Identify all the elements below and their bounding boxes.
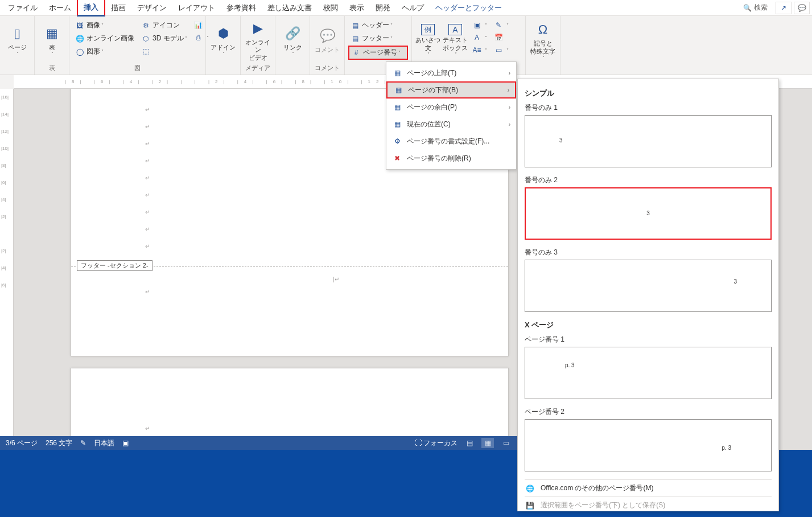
tab-help[interactable]: ヘルプ — [396, 1, 430, 15]
omega-icon: Ω — [534, 20, 552, 39]
tab-view[interactable]: 表示 — [344, 1, 370, 15]
gallery-section-xpage: X ページ — [525, 320, 772, 330]
table-button[interactable]: ▦ 表 ˅ — [38, 19, 65, 61]
pagenumber-gallery: シンプル 番号のみ 1 3 番号のみ 2 3 番号のみ 3 3 X ページ ペー… — [517, 79, 779, 511]
tab-developer[interactable]: 開発 — [370, 1, 396, 15]
tab-insert[interactable]: 挿入 — [77, 0, 105, 17]
tab-draw[interactable]: 描画 — [105, 1, 131, 15]
addins-button[interactable]: ⬢ アドイン ˅ — [209, 19, 237, 61]
save-icon: 💾 — [526, 502, 536, 510]
online-pictures-button[interactable]: 🌐オンライン画像 — [73, 32, 137, 44]
group-comments-label: コメント — [314, 63, 341, 73]
macro-icon[interactable]: ▣ — [122, 439, 129, 447]
gallery-option-1[interactable]: 3 — [525, 115, 772, 167]
textbox-label: テキスト ボックス — [443, 36, 468, 51]
preview-number: p. 3 — [565, 362, 575, 368]
view-print[interactable]: ▦ — [481, 438, 494, 448]
comment-button[interactable]: 💬 コメント — [314, 19, 341, 61]
object-button[interactable]: ▭˅ — [492, 44, 511, 56]
spellcheck-icon[interactable]: ✎ — [80, 439, 86, 447]
tab-design[interactable]: デザイン — [131, 1, 172, 15]
group-addins-label — [209, 64, 237, 73]
share-button[interactable]: ↗ — [776, 2, 792, 14]
preview-number: p. 3 — [722, 445, 731, 451]
status-page[interactable]: 3/6 ページ — [6, 438, 38, 448]
focus-mode[interactable]: ⛶ フォーカス — [415, 438, 457, 448]
menu-page-bottom[interactable]: ▦ ページの下部(B) › — [386, 81, 516, 99]
gallery-option-2[interactable]: 3 — [525, 187, 772, 240]
page-bottom-icon: ▦ — [393, 85, 403, 95]
links-button[interactable]: 🔗 リンク ˅ — [279, 19, 306, 61]
view-read[interactable]: ▤ — [463, 438, 476, 448]
menu-page-margin[interactable]: ▦ ページの余白(P) › — [386, 99, 516, 116]
tab-headerfooter[interactable]: ヘッダーとフッター — [430, 1, 508, 15]
tab-file[interactable]: ファイル — [2, 1, 43, 15]
screenshot-icon: ⎙ — [194, 33, 203, 42]
group-addins: ⬢ アドイン ˅ — [206, 16, 241, 75]
dropcap-button[interactable]: A≡˅ — [470, 44, 489, 56]
menu-current-position[interactable]: ▦ 現在の位置(C) › — [386, 116, 516, 133]
signature-icon: ✎ — [494, 20, 503, 30]
search-icon: 🔍 — [743, 4, 752, 12]
preview-number: 3 — [733, 278, 737, 285]
pictures-button[interactable]: 🖼画像˅ — [73, 19, 137, 31]
3dmodels-button[interactable]: ⬡3D モデル˅ — [139, 32, 189, 44]
pages-label: ページ — [8, 44, 27, 51]
icons-button[interactable]: ⚙アイコン — [139, 19, 189, 31]
tab-mailings[interactable]: 差し込み文書 — [262, 1, 318, 15]
status-words[interactable]: 256 文字 — [46, 438, 72, 448]
tab-home[interactable]: ホーム — [43, 1, 77, 15]
view-web[interactable]: ▭ — [500, 438, 512, 448]
footer-icon: ▤ — [351, 34, 360, 43]
header-button[interactable]: ▤ヘッダー˅ — [348, 19, 408, 31]
wordart-button[interactable]: A˅ — [470, 32, 489, 43]
smartart-button[interactable]: ⬚ — [139, 46, 189, 57]
shapes-button[interactable]: ◯図形˅ — [73, 46, 137, 58]
gallery-option-3[interactable]: 3 — [525, 260, 772, 312]
video-icon: ▶ — [249, 19, 267, 38]
menu-page-top[interactable]: ▦ ページの上部(T) › — [386, 64, 516, 81]
link-icon: 🔗 — [283, 24, 302, 43]
group-pages-label — [3, 64, 31, 73]
gallery-option-label: 番号のみ 2 — [525, 175, 772, 185]
chart-icon: 📊 — [194, 20, 203, 30]
gallery-more-office[interactable]: 🌐 Office.com のその他のページ番号(M) — [525, 479, 772, 497]
comment-label: コメント — [315, 46, 340, 54]
group-media-label: メディア — [244, 63, 271, 73]
group-illustrations-label: 図 — [73, 63, 202, 73]
greeting-button[interactable]: 例 あいさつ 文 ˅ — [415, 19, 440, 61]
format-icon: ⚙ — [392, 136, 402, 146]
status-language[interactable]: 日本語 — [94, 438, 114, 448]
quickparts-button[interactable]: ▣˅ — [470, 19, 489, 31]
links-label: リンク — [283, 44, 302, 51]
shapes-icon: ◯ — [75, 47, 84, 56]
gallery-option-5[interactable]: p. 3 — [525, 419, 772, 471]
pagenumber-button[interactable]: #ページ番号˅ — [348, 46, 408, 60]
tab-review[interactable]: 校閲 — [318, 1, 344, 15]
gallery-option-4[interactable]: p. 3 — [525, 347, 772, 399]
online-picture-icon: 🌐 — [75, 34, 84, 43]
menu-remove-pagenum[interactable]: ✖ ページ番号の削除(R) — [386, 150, 516, 167]
menu-format-pagenum[interactable]: ⚙ ページ番号の書式設定(F)... — [386, 133, 516, 150]
symbols-button[interactable]: Ω 記号と 特殊文字 ˅ — [529, 19, 557, 61]
current-pos-icon: ▦ — [392, 119, 402, 129]
pagenumber-icon: # — [352, 48, 361, 58]
footer-button[interactable]: ▤フッター˅ — [348, 32, 408, 44]
preview-number: 3 — [559, 137, 563, 143]
tab-references[interactable]: 参考資料 — [221, 1, 262, 15]
comments-button[interactable]: 💬 — [794, 2, 810, 14]
symbols-label: 記号と 特殊文字 — [530, 40, 555, 55]
textbox-icon: A — [448, 24, 462, 35]
group-comments: 💬 コメント コメント — [310, 16, 345, 75]
pages-button[interactable]: ▯ ページ ˅ — [3, 19, 31, 61]
group-links: 🔗 リンク ˅ — [275, 16, 310, 75]
tab-layout[interactable]: レイアウト — [172, 1, 221, 15]
group-links-label — [279, 64, 306, 73]
search-box[interactable]: 🔍 検索 — [743, 3, 768, 13]
textbox-button[interactable]: A テキスト ボックス ˅ — [443, 19, 468, 61]
datetime-button[interactable]: 📅 — [492, 32, 511, 43]
onlinevideo-button[interactable]: ▶ オンライン ビデオ — [244, 19, 271, 61]
paragraph-mark: ↵ — [145, 192, 150, 198]
paragraph-mark: ↵ — [145, 141, 150, 147]
signature-button[interactable]: ✎˅ — [492, 19, 511, 31]
